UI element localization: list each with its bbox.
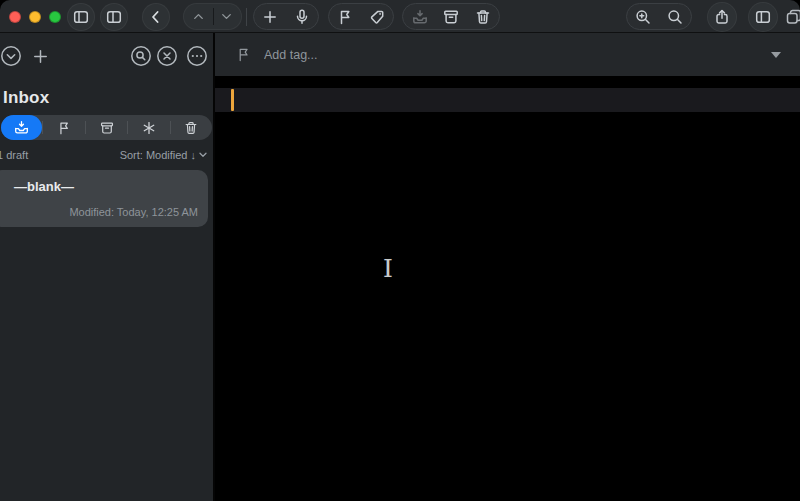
- magnifier-circle-icon: [130, 45, 152, 67]
- window-body: Inbox: [0, 33, 800, 501]
- list-status-row: 1 draft Sort: Modified ↓: [0, 147, 213, 163]
- insertion-caret: [231, 89, 234, 111]
- divider: [213, 8, 214, 25]
- flag-icon: [337, 9, 353, 25]
- draft-modified-timestamp: Modified: Today, 12:25 AM: [69, 206, 198, 218]
- more-options-button[interactable]: [186, 45, 208, 67]
- editor-pane: I: [213, 33, 800, 501]
- plus-icon: [262, 9, 278, 25]
- draft-nav-group: [183, 3, 242, 30]
- plus-icon: [32, 48, 49, 65]
- panel-split-icon: [106, 9, 122, 25]
- share-button[interactable]: [707, 2, 737, 32]
- editor-text-area[interactable]: I: [215, 76, 800, 501]
- archive-box-icon: [443, 9, 459, 25]
- chevron-left-icon: [148, 9, 164, 25]
- next-draft-button[interactable]: [213, 3, 242, 30]
- sort-control[interactable]: Sort: Modified ↓: [120, 149, 207, 161]
- archive-button[interactable]: [436, 3, 466, 30]
- trash-icon: [184, 121, 198, 135]
- archive-box-icon: [100, 121, 114, 135]
- toolbar: [0, 0, 800, 33]
- draft-list-sidebar: Inbox: [0, 33, 213, 501]
- mark-group: [328, 3, 394, 30]
- move-to-inbox-button[interactable]: [405, 3, 435, 30]
- zoom-button[interactable]: [628, 3, 658, 30]
- close-button[interactable]: [9, 11, 21, 23]
- previous-draft-button[interactable]: [184, 3, 213, 30]
- toggle-draft-list-button[interactable]: [67, 3, 95, 31]
- panel-right-icon: [755, 9, 771, 25]
- tab-archive[interactable]: [86, 115, 127, 140]
- tab-flagged[interactable]: [43, 115, 84, 140]
- tag-bar-expand-icon[interactable]: [771, 52, 781, 58]
- flag-button[interactable]: [330, 3, 360, 30]
- sort-direction-arrow: ↓: [191, 149, 197, 161]
- trash-icon: [475, 9, 491, 25]
- inbox-tray-icon: [14, 120, 29, 135]
- back-button[interactable]: [142, 3, 170, 31]
- chevron-down-circle-icon: [0, 45, 22, 67]
- tab-all[interactable]: [128, 115, 169, 140]
- draft-list-item[interactable]: —blank— Modified: Today, 12:25 AM: [0, 170, 208, 227]
- magnifier-icon: [667, 9, 683, 25]
- add-tag-input[interactable]: [264, 48, 771, 62]
- asterisk-icon: [142, 121, 156, 135]
- window-controls: [9, 0, 61, 33]
- dictate-button[interactable]: [287, 3, 317, 30]
- tab-trash[interactable]: [171, 115, 212, 140]
- stacked-windows-icon: [786, 9, 800, 25]
- tag-icon: [369, 9, 385, 25]
- share-icon: [714, 9, 730, 25]
- toggle-editor-panel-button[interactable]: [748, 2, 778, 32]
- zoom-window-button[interactable]: [49, 11, 61, 23]
- tag-button[interactable]: [362, 3, 392, 30]
- workspaces-menu-button[interactable]: [0, 45, 22, 67]
- panel-left-icon: [73, 9, 89, 25]
- microphone-icon: [294, 9, 310, 25]
- x-circle-icon: [156, 45, 178, 67]
- drafts-window: Inbox: [0, 0, 800, 501]
- toggle-sidebar-button[interactable]: [100, 3, 128, 31]
- filter-tabs: [1, 115, 212, 140]
- minimize-button[interactable]: [29, 11, 41, 23]
- chevron-down-icon: [219, 9, 234, 24]
- flag-icon: [236, 47, 251, 62]
- stacked-windows-button[interactable]: [786, 9, 800, 25]
- find-group: [626, 3, 692, 30]
- new-draft-button[interactable]: [255, 3, 285, 30]
- ibeam-cursor: I: [383, 254, 393, 283]
- draft-title: —blank—: [14, 179, 74, 194]
- draft-count: 1 draft: [0, 149, 28, 161]
- current-line-highlight: [215, 88, 800, 112]
- toolbar-divider: [246, 8, 247, 26]
- workspace-title: Inbox: [3, 88, 213, 108]
- trash-button[interactable]: [468, 3, 498, 30]
- chevron-up-icon: [191, 9, 206, 24]
- search-drafts-button[interactable]: [130, 45, 152, 67]
- flag-icon: [57, 121, 71, 135]
- create-group: [253, 3, 319, 30]
- file-group: [402, 3, 500, 30]
- tag-bar: [215, 33, 800, 76]
- sort-label: Sort: Modified: [120, 149, 188, 161]
- clear-filter-button[interactable]: [156, 45, 178, 67]
- tab-inbox[interactable]: [1, 115, 42, 140]
- draft-list-toolbar: [0, 33, 213, 78]
- search-button[interactable]: [660, 3, 690, 30]
- ellipsis-circle-icon: [186, 45, 208, 67]
- inbox-tray-icon: [412, 9, 428, 25]
- add-button[interactable]: [29, 45, 51, 67]
- magnifier-plus-icon: [635, 9, 651, 25]
- chevron-down-icon: [199, 152, 207, 158]
